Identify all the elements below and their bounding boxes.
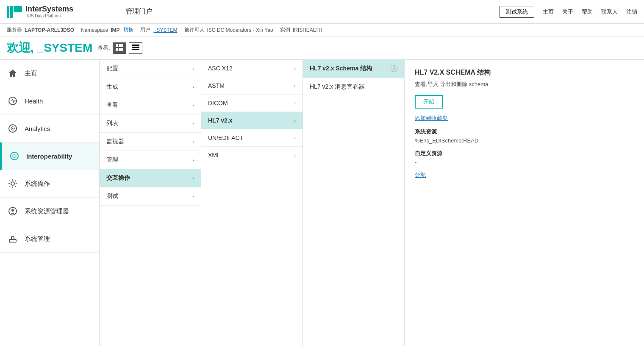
menu-l2-astm[interactable]: ASTM › bbox=[201, 77, 303, 95]
svg-rect-21 bbox=[9, 240, 16, 242]
system-resources-label: 系统资源 bbox=[415, 128, 634, 136]
sidebar: 主页 Health Analytics Interoperability 系统操 bbox=[0, 60, 100, 346]
svg-rect-9 bbox=[121, 48, 123, 51]
detail-panel: HL7 V2.X SCHEMA 结构 查看,导入,导出和删除 schema 开始… bbox=[405, 60, 644, 346]
svg-rect-2 bbox=[14, 6, 16, 12]
chevron-icon: › bbox=[192, 121, 194, 126]
nav-about[interactable]: 关于 bbox=[562, 8, 573, 16]
chevron-icon: › bbox=[192, 194, 194, 199]
sidebar-item-sysres[interactable]: 系统资源管理器 bbox=[0, 198, 99, 225]
nav-help[interactable]: 帮助 bbox=[582, 8, 593, 16]
menu-l1-generate[interactable]: 生成 › bbox=[100, 78, 201, 96]
namespace-label: Namespace bbox=[81, 27, 108, 33]
chevron-icon: › bbox=[294, 118, 296, 123]
analytics-icon bbox=[7, 123, 19, 134]
namespace-value: IMP bbox=[111, 27, 119, 33]
nav-home[interactable]: 主页 bbox=[543, 8, 554, 16]
menu-l1-config[interactable]: 配置 › bbox=[100, 60, 201, 78]
sidebar-sysmgmt-label: 系统管理 bbox=[25, 235, 50, 243]
sysops-icon bbox=[7, 178, 19, 190]
grid-view-button[interactable] bbox=[113, 42, 126, 54]
svg-point-16 bbox=[12, 128, 14, 129]
menu-l2-xml[interactable]: XML › bbox=[201, 147, 303, 164]
svg-rect-12 bbox=[132, 49, 139, 50]
welcome-title: 欢迎, _SYSTEM bbox=[7, 40, 92, 56]
svg-rect-0 bbox=[7, 6, 9, 18]
chevron-icon: › bbox=[294, 100, 296, 106]
svg-rect-5 bbox=[119, 44, 121, 47]
menu-l1-interop[interactable]: 交互操作 › bbox=[100, 169, 201, 187]
view-toggle: 查看: bbox=[97, 42, 142, 54]
sub-header: 服务器 LAPTOP-ARLL3DSO Namespace IMP 切换 用户 … bbox=[0, 24, 644, 36]
sidebar-home-label: 主页 bbox=[25, 70, 37, 78]
menu-l3-hl7-schema[interactable]: HL7 v2.x Schema 结构 i bbox=[303, 60, 404, 78]
home-icon bbox=[7, 67, 19, 79]
portal-title: 管理门户 bbox=[108, 7, 153, 16]
chevron-icon: › bbox=[294, 153, 296, 158]
menu-l1-test[interactable]: 测试 › bbox=[100, 187, 201, 206]
add-favorites-link[interactable]: 添加到收藏夹 bbox=[415, 114, 634, 122]
menu-l2-unedifact[interactable]: UN/EDIFACT › bbox=[201, 129, 303, 147]
arrow-annotation bbox=[405, 60, 413, 111]
menu-l1-list[interactable]: 列表 › bbox=[100, 114, 201, 133]
chevron-icon: › bbox=[294, 83, 296, 88]
sidebar-item-sysops[interactable]: 系统操作 bbox=[0, 170, 99, 198]
menu-l3-hl7-viewer[interactable]: HL7 v2.x 消息查看器 bbox=[303, 78, 404, 96]
svg-rect-6 bbox=[121, 44, 123, 47]
sidebar-analytics-label: Analytics bbox=[25, 125, 50, 132]
logo-text: InterSystems IRIS Data Platform bbox=[25, 5, 73, 18]
sidebar-health-label: Health bbox=[25, 98, 43, 105]
chevron-icon: › bbox=[192, 176, 194, 181]
menu-l1-monitor[interactable]: 监视器 › bbox=[100, 133, 201, 151]
detail-title: HL7 V2.X SCHEMA 结构 bbox=[415, 68, 634, 77]
system-resources-value: %Ens_EDISchema:READ bbox=[415, 137, 634, 144]
test-system-button[interactable]: 测试系统 bbox=[500, 6, 534, 18]
main-layout: 主页 Health Analytics Interoperability 系统操 bbox=[0, 60, 644, 346]
svg-point-18 bbox=[11, 182, 14, 185]
info-icon[interactable]: i bbox=[391, 65, 397, 72]
chevron-icon: › bbox=[192, 84, 194, 89]
user-label: 用户 bbox=[140, 26, 150, 33]
sidebar-item-health[interactable]: Health bbox=[0, 87, 99, 115]
instance-label: 实例 bbox=[280, 26, 290, 33]
svg-marker-3 bbox=[16, 6, 22, 12]
logo-subtitle: IRIS Data Platform bbox=[25, 14, 73, 18]
start-button[interactable]: 开始 bbox=[415, 95, 443, 109]
sysmgmt-icon bbox=[7, 233, 19, 245]
list-view-button[interactable] bbox=[129, 42, 142, 54]
user-value[interactable]: _SYSTEM bbox=[154, 27, 178, 33]
menu-l2-hl7[interactable]: HL7 v2.x › bbox=[201, 112, 303, 129]
nav-contact[interactable]: 联系人 bbox=[601, 8, 618, 16]
grid-view-icon bbox=[116, 44, 123, 51]
menu-l2-dicom[interactable]: DICOM › bbox=[201, 95, 303, 112]
custom-resources-value: - bbox=[415, 159, 634, 165]
health-icon bbox=[7, 95, 19, 107]
logo-name: InterSystems bbox=[25, 5, 73, 14]
sidebar-item-interoperability[interactable]: Interoperability bbox=[0, 142, 99, 170]
chevron-icon: › bbox=[192, 103, 194, 108]
menu-l1-view[interactable]: 查看 › bbox=[100, 96, 201, 114]
licensed-label: 被许可人 bbox=[184, 26, 205, 33]
sidebar-item-home[interactable]: 主页 bbox=[0, 60, 99, 87]
sidebar-sysops-label: 系统操作 bbox=[25, 180, 50, 188]
nav-logout[interactable]: 注销 bbox=[626, 8, 637, 16]
menu-l2-ascx12[interactable]: ASC X12 › bbox=[201, 60, 303, 77]
detail-description: 查看,导入,导出和删除 schema bbox=[415, 81, 634, 88]
svg-rect-7 bbox=[116, 48, 118, 51]
licensed-value: ISC DC Moderators - Xin Yao bbox=[207, 27, 273, 33]
assign-link[interactable]: 分配 bbox=[415, 171, 634, 179]
sidebar-interoperability-label: Interoperability bbox=[26, 153, 72, 160]
sidebar-item-analytics[interactable]: Analytics bbox=[0, 115, 99, 142]
chevron-icon: › bbox=[192, 157, 194, 162]
menu-level2: ASC X12 › ASTM › DICOM › HL7 v2.x › UN/E… bbox=[201, 60, 303, 346]
chevron-icon: › bbox=[192, 66, 194, 71]
sysres-icon bbox=[7, 205, 19, 217]
sidebar-sysres-label: 系统资源管理器 bbox=[25, 207, 69, 215]
menu-l1-manage[interactable]: 管理 › bbox=[100, 151, 201, 169]
svg-rect-11 bbox=[132, 47, 139, 48]
sidebar-item-sysmgmt[interactable]: 系统管理 bbox=[0, 225, 99, 253]
view-label: 查看: bbox=[97, 44, 110, 52]
top-nav: 主页 关于 帮助 联系人 注销 bbox=[543, 8, 637, 16]
switch-link[interactable]: 切换 bbox=[123, 26, 133, 33]
interoperability-icon bbox=[8, 150, 20, 162]
